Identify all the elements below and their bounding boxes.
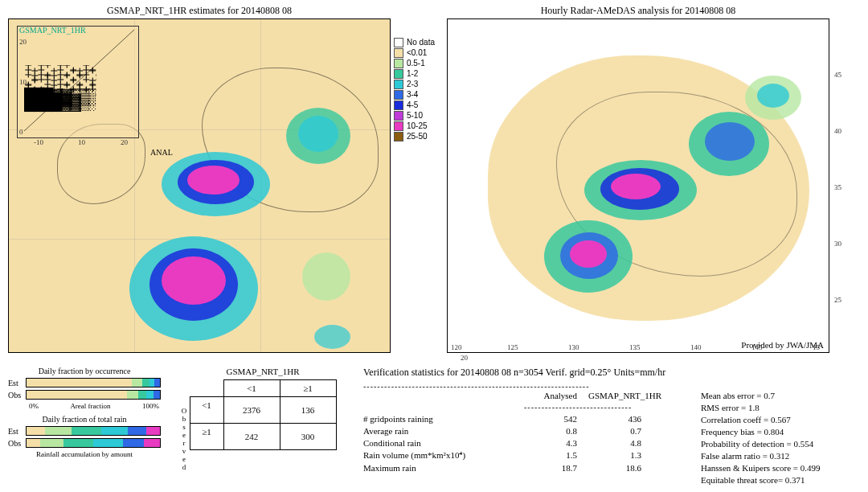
legend-label: 10-25 [407,121,428,130]
stat-analysed: 542 [524,414,588,424]
gsmap-estimate-panel: GSMAP_NRT_1HR estimates for 20140808 08 [8,5,391,360]
legend-entry: 25-50 [394,131,435,141]
stat-label: Rain volume (mm*km²x10⁴) [363,450,524,461]
metric-line: Equitable threat score= 0.371 [701,475,860,485]
cell-br: 300 [280,423,337,450]
legend-label: 5-10 [407,111,423,120]
scatter-inset: GSMAP_NRT_1HR ⁺₊⁺⁺₊⁺⁺₊₊⁺₊⁺₊⁺₊₊⁺₊⁺₊⁺⁺₊⁺⁺₊… [17,26,139,138]
legend-entry: 10-25 [394,121,435,131]
stat-col-header: GSMAP_NRT_1HR [588,391,653,400]
legend-entry: 1-2 [394,68,435,79]
legend-label: 25-50 [407,132,428,141]
colorbar-legend: No data<0.010.5-11-22-33-44-55-1010-2525… [394,37,435,141]
metric-line: Probability of detection = 0.554 [701,439,860,449]
legend-swatch [394,111,403,121]
contingency-table: Observed GSMAP_NRT_1HR <1≥1 <1 2376 136 … [178,367,336,487]
right-map: 45 40 35 30 25 120 125 130 135 140 145 1… [447,18,829,353]
occurrence-title: Daily fraction by occurrence [8,367,161,375]
legend-swatch [394,90,403,100]
legend-label: 0.5-1 [407,59,425,68]
legend-label: 2-3 [407,80,418,88]
legend-swatch [394,80,403,89]
bar-est-rain [26,426,161,436]
bar-est-occ [26,378,161,387]
stat-gsmap: 18.6 [588,463,653,473]
right-map-title: Hourly Radar-AMeDAS analysis for 2014080… [541,5,736,17]
legend-entry: 3-4 [394,89,435,100]
stat-analysed: 0.8 [524,426,588,436]
left-map-title: GSMAP_NRT_1HR estimates for 20140808 08 [107,5,292,17]
total-rain-title: Daily fraction of total rain [8,415,161,424]
ctable-title: GSMAP_NRT_1HR [190,367,336,376]
metric-line: Hanssen & Kuipers score = 0.499 [701,463,860,473]
metric-line: Frequency bias = 0.804 [701,427,860,437]
observed-axis: Observed [178,367,190,487]
stat-gsmap: 436 [588,414,653,424]
legend-label: No data [407,38,435,47]
stat-gsmap: 1.3 [588,450,653,461]
legend-swatch [394,59,403,68]
stat-analysed: 4.3 [524,438,588,448]
legend-label: 3-4 [407,90,418,99]
fraction-bars: Daily fraction by occurrence Est Obs 0%A… [8,367,161,487]
legend-entry: 0.5-1 [394,58,435,68]
legend-entry: 2-3 [394,79,435,89]
legend-entry: <0.01 [394,47,435,58]
legend-swatch [394,100,403,110]
provider-credit: Provided by JWA/JMA [741,340,824,350]
legend-swatch [394,132,403,141]
stat-analysed: 1.5 [524,450,588,461]
cell-tl: 2376 [223,396,280,424]
metric-line: Correlation coeff = 0.567 [701,415,860,424]
metric-line: Mean abs error = 0.7 [701,391,860,400]
metric-line: RMS error = 1.8 [701,403,860,412]
metric-line: False alarm ratio = 0.312 [701,451,860,461]
legend-entry: 5-10 [394,110,435,121]
legend-swatch [394,121,403,131]
left-map: GSMAP_NRT_1HR ⁺₊⁺⁺₊⁺⁺₊₊⁺₊⁺₊⁺₊₊⁺₊⁺₊⁺⁺₊⁺⁺₊… [8,18,391,353]
cell-tr: 136 [280,396,337,424]
anal-label: ANAL [150,148,173,157]
stat-label: # gridpoints raining [363,414,524,424]
legend-label: <0.01 [407,48,427,57]
stats-title: Verification statistics for 20140808 08 … [363,367,860,379]
acc-title: Rainfall accumulation by amount [8,450,161,458]
stat-gsmap: 0.7 [588,426,653,436]
scatter-dots: ⁺₊⁺⁺₊⁺⁺₊₊⁺₊⁺₊⁺₊₊⁺₊⁺₊⁺⁺₊⁺⁺₊⁺⁺₊⁺⁺₊⁺⁺₊⁺₊⁺ ₊… [24,65,96,129]
cell-bl: 242 [223,423,280,450]
stat-gsmap: 4.8 [588,438,653,448]
stat-label: Maximum rain [363,463,524,473]
legend-entry: No data [394,37,435,47]
legend-swatch [394,48,403,58]
stat-col-header: Analysed [524,391,588,400]
inset-title: GSMAP_NRT_1HR [19,26,86,35]
bar-obs-rain [26,438,161,448]
legend-label: 1-2 [407,69,418,78]
bar-obs-occ [26,390,161,400]
legend-entry: 4-5 [394,100,435,110]
verification-stats: Verification statistics for 20140808 08 … [354,367,860,487]
stat-analysed: 18.7 [524,463,588,473]
radar-amedas-panel: Hourly Radar-AMeDAS analysis for 2014080… [447,5,829,360]
legend-swatch [394,69,403,79]
stat-col-header [363,391,524,400]
legend-label: 4-5 [407,100,418,109]
legend-swatch [394,38,403,47]
stat-label: Conditional rain [363,438,524,448]
stat-label: Average rain [363,426,524,436]
